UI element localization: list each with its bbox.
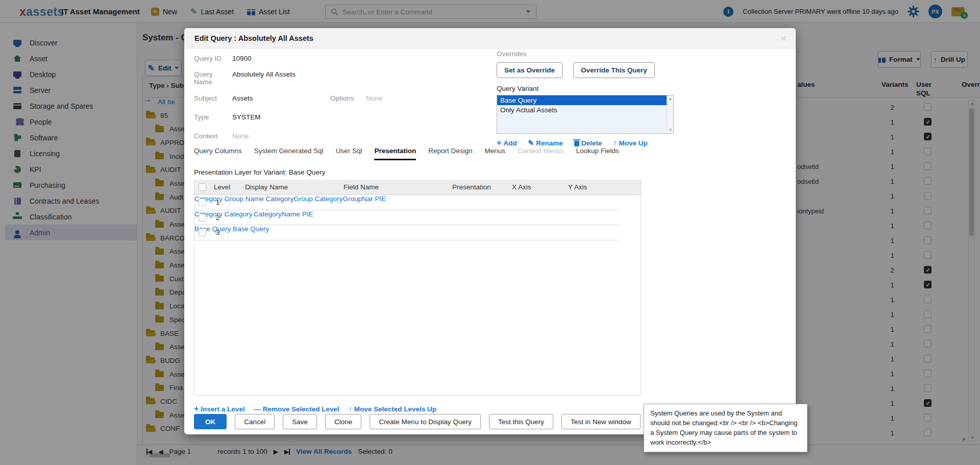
dialog-tab[interactable]: User Sql [336,147,362,160]
level-action-link[interactable]: Move Selected Levels Up [349,404,436,413]
query-id-label: Query ID [194,54,232,66]
dialog-buttons: OK Cancel Save Clone Create Menu to Disp… [194,414,641,429]
dialog-button[interactable]: Clone [325,414,361,429]
variant-option[interactable]: Base Query [497,95,673,105]
subject-value[interactable]: Assets [232,93,253,109]
dialog-titlebar: Edit Query : Absolutely All Assets × [184,28,796,48]
dialog-title: Edit Query : Absolutely All Assets [194,34,313,42]
variant-option[interactable]: Only Actual Assets [497,105,673,115]
override-this-query-button[interactable]: Override This Query [573,62,655,78]
action-icon [574,141,579,146]
row-checkbox[interactable] [199,229,206,236]
variant-actions: Add Rename Delete Move Up [497,138,786,148]
row-checkbox[interactable] [199,199,206,206]
action-label: Remove Selected Level [263,405,339,413]
row-level: 1 [216,199,220,206]
presentation-rows: 1 Category Group Name CategoryGroup.Cate… [194,195,641,240]
level-actions: Insert a Level Remove Selected Level Mov… [194,404,436,413]
dialog-button[interactable]: Test this Query [489,414,553,429]
action-icon [613,139,617,147]
action-label: Add [503,139,517,147]
options-value: None [366,94,382,102]
dialog-tab[interactable]: Report Design [428,147,472,160]
action-icon [194,404,199,413]
query-variant-listbox[interactable]: ▲ ▼ Base Query Only Actual Assets [497,95,674,134]
query-name-value[interactable]: Absolutely All Assets [232,69,296,90]
query-fields: Query ID 10900 Query Name Absolutely All… [194,54,495,148]
select-all-checkbox[interactable] [199,183,206,191]
set-as-override-button[interactable]: Set as Override [497,62,562,78]
header-display-name: Display Name [245,183,288,191]
action-icon [254,405,261,413]
action-label: Rename [536,139,563,147]
query-variant-label: Query Variant [497,85,786,92]
header-presentation: Presentation [452,183,491,191]
presentation-table: Level Display Name Field Name Presentati… [194,180,641,396]
action-label: Move Selected Levels Up [354,405,436,413]
options-label: Options [330,94,354,102]
level-action-link[interactable]: Remove Selected Level [254,404,339,413]
action-label: Move Up [619,139,647,147]
variant-action-link[interactable]: Move Up [613,138,647,148]
overrides-label: Overrides [497,50,786,58]
dialog-button[interactable]: OK [194,414,227,429]
type-label: Type [194,112,232,128]
context-value: None [232,131,249,144]
query-name-label: Query Name [194,69,225,90]
dialog-tab[interactable]: System Generated Sql [254,147,324,160]
presentation-row: 3 Base Query Base Query [194,225,641,240]
presentation-table-header: Level Display Name Field Name Presentati… [194,180,641,195]
variant-action-link[interactable]: Add [497,138,517,148]
variant-action-link[interactable]: Rename [528,138,563,148]
dialog-tabs: Query Columns System Generated Sql User … [194,147,619,160]
row-checkbox[interactable] [199,214,206,222]
overrides-section: Overrides Set as Override Override This … [497,50,786,148]
row-field-name-link[interactable]: Category.CategoryName [225,210,300,218]
row-level: 3 [216,229,220,236]
dialog-tab[interactable]: Menus [484,147,505,160]
dialog-tab[interactable]: Query Columns [194,147,242,160]
level-action-link[interactable]: Insert a Level [194,404,245,413]
action-icon [528,139,534,147]
row-level: 2 [216,214,220,222]
action-label: Delete [581,139,602,147]
header-field-name: Field Name [344,183,379,191]
system-query-tooltip: System Queries are used by the System an… [644,404,807,452]
query-id-value: 10900 [232,54,252,66]
row-field-name-link[interactable]: Base Query [233,225,269,233]
header-x-axis: X Axis [512,183,531,191]
action-label: Insert a Level [201,405,244,413]
variant-action-link[interactable]: Delete [574,138,602,148]
dialog-tab[interactable]: Context Menus [518,147,564,160]
dialog-tab[interactable]: Lookup Fields [576,147,619,160]
action-icon [349,405,352,413]
dialog-button[interactable]: Cancel [235,414,275,429]
scroll-down-icon[interactable]: ▼ [669,128,673,132]
scroll-up-icon[interactable]: ▲ [669,96,673,101]
header-y-axis: Y Axis [568,183,587,191]
dialog-button[interactable]: Test in New window [561,414,641,429]
subject-label: Subject [194,93,232,109]
row-field-name-link[interactable]: CategoryGroup.CategoryGroupNar [266,195,373,203]
row-presentation-link[interactable]: PIE [302,210,313,218]
dialog-tab[interactable]: Presentation [374,147,416,160]
edit-query-dialog: Edit Query : Absolutely All Assets × Que… [184,28,796,434]
presentation-row: 1 Category Group Name CategoryGroup.Cate… [194,195,641,210]
presentation-row: 2 Category Category.CategoryName PIE [194,210,641,226]
presentation-caption: Presentation Layer for Variant: Base Que… [194,168,325,176]
close-icon[interactable]: × [780,33,787,43]
action-icon [497,138,501,148]
row-presentation-link[interactable]: PIE [375,195,386,203]
dialog-button[interactable]: Save [283,414,317,429]
listbox-scrollbar[interactable]: ▲ ▼ [667,95,673,133]
context-label: Context [194,131,232,144]
type-value: SYSTEM [232,112,261,128]
dialog-button[interactable]: Create Menu to Display Query [370,414,481,429]
header-level: Level [214,183,230,191]
